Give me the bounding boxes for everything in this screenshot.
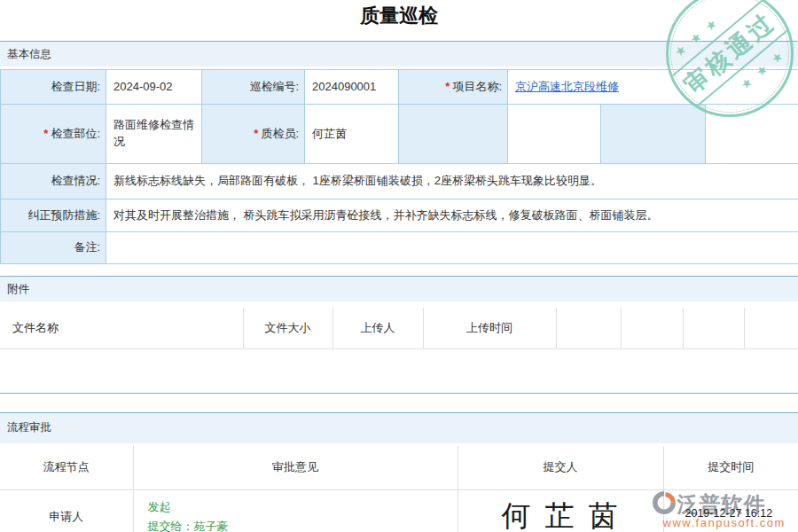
field-label-project-name: *项目名称: (399, 70, 508, 105)
field-label-measures: 纠正预防措施: (1, 200, 106, 232)
field-label-inspect-part: *检查部位: (1, 105, 106, 164)
section-attachments-header: 附件 (0, 276, 798, 301)
remark-label: 备注: (74, 240, 100, 254)
situation-label: 检查情况: (51, 174, 100, 187)
approval-node: 申请人 (0, 490, 133, 532)
approval-header-submit-time: 提交时间 (663, 446, 798, 490)
approval-opinion: 发起 提交给：苑子豪 (133, 490, 458, 532)
approval-row: 申请人 发起 提交给：苑子豪 何芷茵 (0, 490, 798, 532)
empty-label-cell (601, 105, 706, 164)
submit-time: 2019-12-27 16:12 (685, 507, 773, 520)
attachments-header-uploader: 上传人 (332, 308, 423, 348)
opinion-initiate: 发起 (148, 497, 450, 517)
empty-label-cell (399, 105, 508, 164)
attachments-header-upload-time: 上传时间 (423, 308, 556, 348)
section-basic-info-title: 基本信息 (7, 47, 51, 62)
quality-patrol-page: 质量巡检 ★ ★ ★ 审核通过 ★ ★ ★ 基本信息 检查日期: 2024-09… (0, 0, 798, 532)
section-attachments-title: 附件 (7, 282, 29, 297)
approval-header-node: 流程节点 (0, 446, 133, 490)
fanpu-logo-icon (651, 489, 677, 519)
attachments-header-empty (744, 308, 798, 348)
field-value-inspect-part: 路面维修检查情况 (106, 105, 202, 164)
approval-header-submitter: 提交人 (458, 446, 663, 490)
project-name-link[interactable]: 京沪高速北京段维修 (515, 80, 619, 93)
approval-table: 流程节点 审批意见 提交人 提交时间 申请人 发起 提交给：苑子豪 何芷茵 (0, 446, 798, 532)
field-label-inspect-date: 检查日期: (1, 70, 106, 105)
required-icon: * (254, 127, 258, 140)
field-value-patrol-no: 2024090001 (305, 70, 399, 105)
inspector-label: 质检员: (261, 127, 299, 140)
field-value-inspector: 何芷茵 (305, 105, 399, 164)
field-label-inspector: *质检员: (202, 105, 305, 164)
inspect-part-label: 检查部位: (51, 127, 100, 140)
required-icon: * (445, 80, 450, 93)
inspect-date-label: 检查日期: (51, 80, 100, 93)
attachments-header-file-name: 文件名称 (0, 308, 243, 348)
section-approval-header: 流程审批 (0, 412, 798, 443)
field-label-remark: 备注: (1, 232, 106, 264)
patrol-no-label: 巡检编号: (249, 80, 299, 93)
measures-label: 纠正预防措施: (27, 208, 100, 222)
attachments-table: 文件名称 文件大小 上传人 上传时间 (0, 308, 798, 349)
attachments-header-empty (556, 308, 621, 348)
basic-info-table: 检查日期: 2024-09-02 巡检编号: 2024090001 *项目名称:… (0, 69, 798, 264)
empty-value-cell (508, 105, 601, 164)
attachments-header-empty (621, 308, 683, 348)
approval-submitter: 何芷茵 (458, 490, 663, 532)
opinion-submit-to: 提交给：苑子豪 (148, 517, 450, 532)
field-label-patrol-no: 巡检编号: (202, 70, 305, 105)
section-approval-title: 流程审批 (7, 420, 51, 435)
approval-submit-time-cell: 泛普软件 www.fanpusoft.com 2019-12-27 16:12 (663, 490, 798, 532)
submitter-signature: 何芷茵 (489, 499, 632, 532)
attachments-header-file-size: 文件大小 (243, 308, 332, 348)
field-value-measures: 对其及时开展整治措施， 桥头跳车拟采用沥青砼接线，并补齐缺失标志标线，修复破板路… (106, 200, 798, 232)
approval-header-opinion: 审批意见 (133, 446, 458, 490)
attachments-header-empty (683, 308, 744, 348)
field-value-situation: 新线标志标线缺失，局部路面有破板， 1座桥梁桥面铺装破损，2座桥梁桥头跳车现象比… (106, 164, 798, 200)
field-value-remark (106, 232, 798, 264)
required-icon: * (43, 127, 48, 140)
project-name-label: 项目名称: (452, 80, 502, 93)
attachments-empty-body (0, 349, 798, 394)
field-label-situation: 检查情况: (1, 164, 106, 200)
field-value-inspect-date: 2024-09-02 (106, 70, 202, 105)
